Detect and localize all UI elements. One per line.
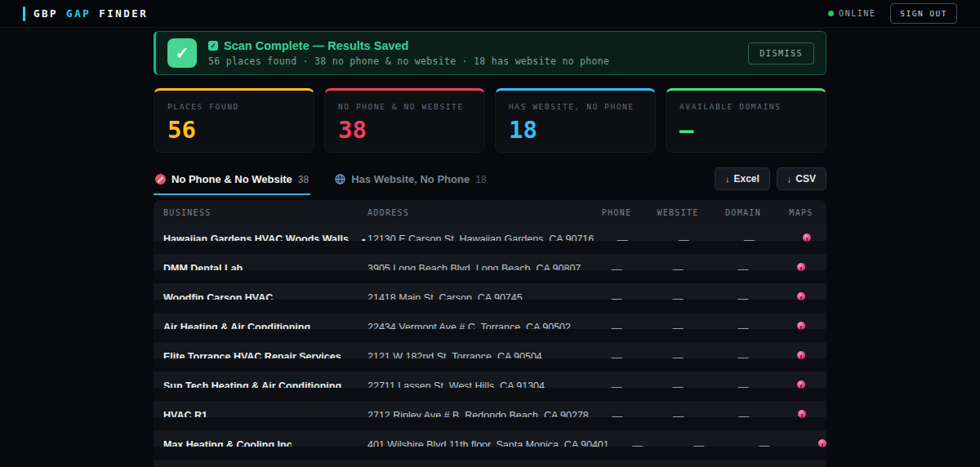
phone-value: — — [588, 352, 645, 362]
stat-card-places-found: PLACES FOUND 56 — [154, 88, 314, 153]
logo-finder: FINDER — [99, 7, 148, 20]
map-pin-icon — [797, 380, 805, 389]
app-title: GBP GAP FINDER — [33, 7, 148, 20]
phone-value: — — [588, 293, 645, 304]
map-pin-icon — [818, 439, 826, 447]
csv-label: CSV — [795, 173, 816, 185]
table-row: Elite Torrance HVAC Repair Services 2121… — [154, 342, 826, 371]
website-value: — — [645, 322, 710, 333]
sign-out-button[interactable]: SIGN OUT — [890, 3, 957, 24]
logo-gap: GAP — [66, 7, 91, 20]
tab-count: 18 — [475, 174, 486, 185]
website-value: — — [645, 293, 710, 304]
map-pin-icon — [803, 234, 811, 242]
map-pin-icon — [797, 292, 805, 300]
stat-label: HAS WEBSITE, NO PHONE — [509, 102, 642, 111]
table-row: Woodfin Carson HVAC 21418 Main St, Carso… — [154, 283, 826, 313]
no-phone-icon — [155, 174, 166, 185]
stat-label: PLACES FOUND — [167, 102, 301, 111]
success-check-icon: ✓ — [167, 38, 197, 68]
results-table: BUSINESS ADDRESS PHONE WEBSITE DOMAIN MA… — [154, 200, 826, 467]
business-name: Hawaiian Gardens HVAC Woods Walls — [163, 234, 349, 241]
business-name: DMM Dental Lab — [163, 264, 243, 270]
website-value: — — [666, 440, 732, 451]
header-domain: DOMAIN — [710, 208, 776, 217]
dismiss-button[interactable]: DISMISS — [748, 42, 814, 64]
table-row: Sun Tech Heating & Air Conditioning 2271… — [154, 371, 826, 401]
maps-link[interactable] — [803, 230, 811, 245]
download-arrow-icon: ↓ — [787, 174, 792, 184]
online-status-label: ONLINE — [839, 9, 875, 18]
stat-card-available-domains: AVAILABLE DOMAINS — — [666, 88, 826, 153]
stat-value: 18 — [509, 118, 642, 142]
map-pin-icon — [797, 351, 805, 359]
header-phone: PHONE — [588, 208, 645, 217]
app-logo: GBP GAP FINDER — [23, 7, 148, 21]
stat-card-has-website-no-phone: HAS WEBSITE, NO PHONE 18 — [495, 88, 656, 153]
business-address: 22711 Lassen St, West Hills, CA 91304 — [368, 381, 588, 388]
stat-label: AVAILABLE DOMAINS — [679, 102, 813, 111]
maps-link[interactable] — [798, 407, 806, 421]
tab-has-website-no-phone[interactable]: Has Website, No Phone 18 — [333, 170, 488, 195]
business-name: Max Heating & Cooling Inc — [163, 440, 292, 447]
phone-value: — — [588, 322, 645, 333]
domain-value: — — [716, 234, 782, 245]
business-address: 21418 Main St, Carson, CA 90745 — [368, 293, 588, 300]
table-header: BUSINESS ADDRESS PHONE WEBSITE DOMAIN MA… — [154, 200, 826, 225]
tab-label: No Phone & No Website — [172, 173, 292, 185]
maps-link[interactable] — [797, 318, 805, 333]
online-dot-icon — [828, 11, 834, 16]
globe-icon — [335, 174, 345, 185]
business-name: Air Heating & Air Conditioning — [163, 322, 310, 329]
business-address: 22434 Vermont Ave # C, Torrance, CA 9050… — [368, 322, 588, 329]
banner-title: Scan Complete — Results Saved — [224, 39, 408, 52]
map-pin-icon — [797, 263, 805, 271]
header-business: BUSINESS — [154, 208, 368, 217]
export-csv-button[interactable]: ↓CSV — [777, 167, 826, 190]
maps-link[interactable] — [797, 348, 805, 362]
navbar: GBP GAP FINDER ONLINE SIGN OUT — [0, 0, 980, 28]
maps-link[interactable] — [818, 436, 826, 451]
website-value: — — [645, 352, 710, 362]
domain-value: — — [710, 264, 776, 274]
business-address: 3905 Long Beach Blvd, Long Beach, CA 908… — [368, 264, 588, 270]
tabs-row: No Phone & No Website 38 Has Website, No… — [154, 167, 826, 195]
maps-link[interactable] — [797, 260, 805, 274]
table-row: DMM Dental Lab 3905 Long Beach Blvd, Lon… — [154, 254, 826, 283]
business-name: Woodfin Carson HVAC — [163, 293, 273, 300]
table-row: Air Heating & Air Conditioning 22434 Ver… — [154, 313, 826, 342]
phone-value: — — [588, 381, 645, 392]
header-maps: MAPS — [776, 208, 826, 217]
tab-no-phone-no-website[interactable]: No Phone & No Website 38 — [154, 170, 310, 195]
maps-link[interactable] — [797, 289, 805, 304]
table-row: Hawaiian Gardens HVAC Woods Walls■ 12130… — [154, 225, 826, 254]
domain-value: — — [710, 293, 776, 304]
maps-link[interactable] — [797, 377, 805, 392]
mini-check-icon: ✓ — [208, 41, 218, 51]
phone-value: — — [609, 440, 666, 451]
phone-value: — — [594, 234, 651, 245]
business-address: 12130 E Carson St, Hawaiian Gardens, CA … — [368, 234, 594, 241]
business-suffix-square: ■ — [362, 237, 366, 241]
map-pin-icon — [798, 410, 806, 418]
phone-value: — — [589, 411, 646, 421]
domain-value: — — [710, 381, 776, 392]
tab-label: Has Website, No Phone — [351, 173, 470, 185]
domain-value: — — [732, 440, 797, 451]
business-address: 2121 W 182nd St, Torrance, CA 90504 — [368, 352, 588, 358]
download-arrow-icon: ↓ — [725, 174, 730, 184]
table-row: HVAC R1 2712 Ripley Ave # B, Redondo Bea… — [154, 401, 826, 430]
tab-count: 38 — [298, 174, 309, 185]
website-value: — — [645, 264, 710, 274]
business-name: Elite Torrance HVAC Repair Services — [163, 352, 341, 358]
export-excel-button[interactable]: ↓Excel — [715, 167, 770, 190]
business-name: Sun Tech Heating & Air Conditioning — [163, 381, 341, 388]
map-pin-icon — [797, 322, 805, 330]
website-value: — — [645, 381, 710, 392]
stat-value: 38 — [338, 118, 471, 142]
domain-value: — — [711, 411, 777, 421]
stat-card-no-phone-no-website: NO PHONE & NO WEBSITE 38 — [324, 88, 485, 153]
logo-accent-bar-icon — [23, 7, 25, 21]
header-website: WEBSITE — [645, 208, 710, 217]
business-address: 2712 Ripley Ave # B, Redondo Beach, CA 9… — [368, 411, 589, 417]
